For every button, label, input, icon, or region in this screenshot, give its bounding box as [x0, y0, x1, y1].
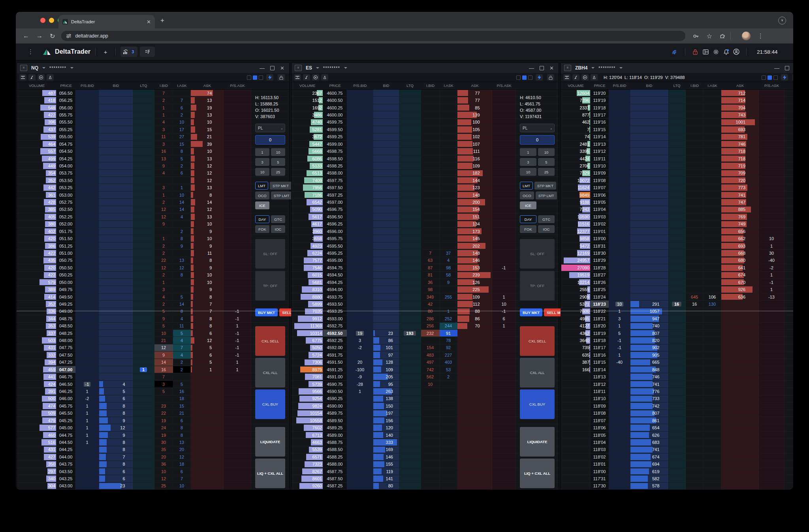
cell-ask[interactable]: [191, 402, 224, 409]
cell-bid[interactable]: [373, 228, 399, 235]
cell-ibid[interactable]: 12: [154, 206, 173, 213]
cell-psask[interactable]: 6: [492, 315, 516, 322]
cell-ltq[interactable]: [399, 243, 421, 249]
cell-ask[interactable]: [191, 468, 224, 475]
cell-psbid[interactable]: [347, 439, 373, 446]
cell-psbid[interactable]: [75, 104, 99, 111]
cell-psask[interactable]: [492, 337, 516, 344]
cell-ask[interactable]: 8: [191, 323, 224, 329]
cell-ibid[interactable]: [421, 126, 440, 133]
cell-bid[interactable]: 23: [99, 483, 133, 489]
cell-psbid[interactable]: -1: [609, 337, 630, 344]
view-toggle-icon[interactable]: [762, 75, 766, 80]
cell-iask[interactable]: [440, 228, 457, 235]
cell-psask[interactable]: [224, 90, 251, 96]
cell-ask[interactable]: [457, 388, 492, 395]
cell-psask[interactable]: [492, 446, 516, 453]
cell-ask[interactable]: [721, 475, 759, 482]
cell-psask[interactable]: [759, 410, 785, 417]
cell-psbid[interactable]: [609, 286, 630, 293]
cell-iask[interactable]: [704, 402, 721, 409]
cell-bid[interactable]: [373, 199, 399, 205]
cell-ibid[interactable]: [686, 133, 704, 140]
cell-bid[interactable]: [99, 170, 133, 177]
cell-ask[interactable]: 12: [191, 177, 224, 184]
cell-psask[interactable]: [759, 177, 785, 184]
cell-bid[interactable]: [373, 148, 399, 154]
cell-ask[interactable]: 741: [721, 192, 759, 198]
cell-psbid[interactable]: [75, 359, 99, 366]
cell-ibid[interactable]: 1: [154, 279, 173, 286]
cell-ask[interactable]: [191, 439, 224, 446]
cell-psask[interactable]: [759, 483, 785, 489]
buy-market-button[interactable]: BUY MKT: [520, 308, 542, 316]
liquidate-button[interactable]: LIQUIDATE: [520, 427, 555, 457]
cell-ask[interactable]: 781: [721, 133, 759, 140]
notifications-bell-icon[interactable]: [721, 47, 731, 57]
cell-ltq[interactable]: [399, 177, 421, 184]
cell-psask[interactable]: [224, 206, 251, 213]
cell-ask[interactable]: 13: [191, 97, 224, 103]
cell-ask[interactable]: 636: [721, 293, 759, 300]
cell-bid[interactable]: 683: [630, 439, 668, 446]
cell-psbid[interactable]: [347, 395, 373, 402]
cell-ask[interactable]: [191, 424, 224, 431]
cell-ibid[interactable]: 3: [154, 286, 173, 293]
cell-psbid[interactable]: [609, 410, 630, 417]
cell-ltq[interactable]: [133, 192, 154, 198]
cell-iask[interactable]: [173, 279, 191, 286]
order-type-oco[interactable]: OCO: [520, 192, 534, 199]
cell-psbid[interactable]: [75, 272, 99, 278]
cell-ask[interactable]: 12: [191, 337, 224, 344]
cell-psbid[interactable]: [609, 235, 630, 242]
cell-iask[interactable]: [704, 126, 721, 133]
cell-ibid[interactable]: 25: [154, 483, 173, 489]
cell-iask[interactable]: [704, 475, 721, 482]
cell-bid[interactable]: [99, 192, 133, 198]
cell-psask[interactable]: [492, 381, 516, 387]
cell-iask[interactable]: 4: [173, 337, 191, 344]
account-icon[interactable]: [731, 47, 741, 57]
cell-ask[interactable]: 70: [457, 323, 492, 329]
cell-bid[interactable]: [99, 308, 133, 315]
cell-psask[interactable]: [759, 184, 785, 191]
profile-avatar[interactable]: [742, 32, 751, 40]
cell-ibid[interactable]: [686, 410, 704, 417]
cell-psbid[interactable]: [347, 97, 373, 103]
account-select-masked[interactable]: ********: [49, 66, 66, 70]
cell-bid[interactable]: [630, 141, 668, 147]
cell-psask[interactable]: [224, 228, 251, 235]
cell-ask[interactable]: 85: [457, 104, 492, 111]
cell-psask[interactable]: [492, 213, 516, 220]
cell-psbid[interactable]: [75, 453, 99, 460]
cell-psask[interactable]: [224, 177, 251, 184]
cell-bid[interactable]: 4: [99, 381, 133, 387]
cell-psask[interactable]: [492, 344, 516, 351]
cell-bid[interactable]: 80: [373, 483, 399, 489]
cell-psbid[interactable]: [75, 155, 99, 162]
cell-psbid[interactable]: 1: [609, 323, 630, 329]
cell-psbid[interactable]: [609, 388, 630, 395]
cell-ask[interactable]: 225: [457, 286, 492, 293]
cell-ask[interactable]: [721, 439, 759, 446]
cell-ibid[interactable]: [421, 228, 440, 235]
cell-iask[interactable]: [440, 97, 457, 103]
cell-psask[interactable]: [492, 192, 516, 198]
cell-ask[interactable]: 747: [721, 199, 759, 205]
cell-psask[interactable]: [492, 373, 516, 380]
cell-psask[interactable]: [492, 243, 516, 249]
cell-psbid[interactable]: [347, 432, 373, 438]
cell-ask[interactable]: 182: [457, 170, 492, 177]
cell-ibid[interactable]: 13: [154, 155, 173, 162]
cell-ask[interactable]: [721, 308, 759, 315]
tif-gtc[interactable]: GTC: [271, 215, 285, 223]
cell-ibid[interactable]: [686, 235, 704, 242]
cell-bid[interactable]: [99, 264, 133, 271]
cell-psbid[interactable]: [347, 126, 373, 133]
cell-ltq[interactable]: [668, 352, 686, 358]
cell-ask[interactable]: [721, 373, 759, 380]
cell-ltq[interactable]: [133, 148, 154, 154]
cell-bid[interactable]: [373, 177, 399, 184]
cell-ask[interactable]: 5: [191, 359, 224, 366]
cell-ask[interactable]: 13: [191, 184, 224, 191]
